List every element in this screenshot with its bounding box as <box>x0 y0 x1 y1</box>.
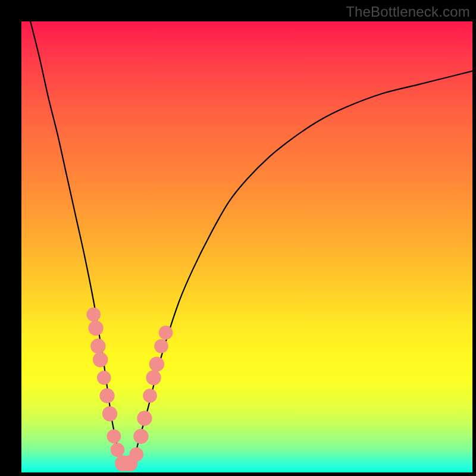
chart-frame: TheBottleneck.com <box>0 0 476 476</box>
curve-marker <box>97 371 111 385</box>
curve-marker <box>102 406 117 421</box>
curve-layer <box>21 21 472 472</box>
curve-marker <box>137 411 152 425</box>
curve-marker <box>129 447 143 462</box>
curve-marker <box>159 325 173 340</box>
curve-marker <box>99 388 114 403</box>
curve-marker <box>133 429 148 444</box>
curve-marker <box>154 339 168 353</box>
curve-marker <box>149 356 164 371</box>
curve-marker <box>143 389 157 403</box>
curve-marker <box>88 321 103 336</box>
curve-marker <box>107 430 121 444</box>
curve-marker <box>86 308 101 322</box>
curve-marker <box>93 352 108 367</box>
plot-area <box>21 21 472 472</box>
bottleneck-curve <box>30 21 472 469</box>
curve-marker <box>111 443 125 457</box>
curve-marker <box>146 370 161 385</box>
marker-group <box>86 308 173 471</box>
curve-marker <box>90 339 105 353</box>
watermark-text: TheBottleneck.com <box>346 4 470 20</box>
